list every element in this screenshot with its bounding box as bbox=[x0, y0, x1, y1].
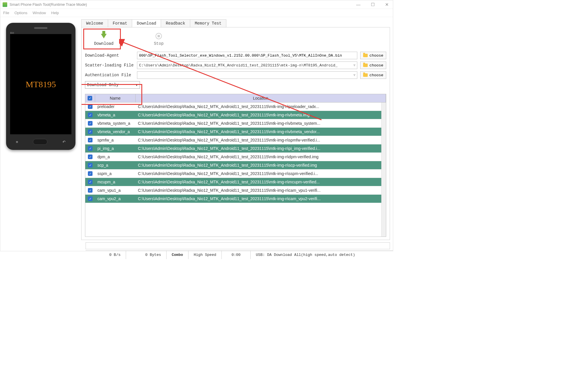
phone-home-icon bbox=[33, 139, 47, 145]
chevron-down-icon: ▽ bbox=[354, 64, 355, 67]
row-checkbox[interactable]: ✓ bbox=[88, 121, 93, 126]
row-name: sspm_a bbox=[95, 170, 136, 178]
row-location: C:\Users\Admin\Desktop\Radxa_Nio12_MTK_A… bbox=[136, 170, 381, 178]
scatter-label: Scatter-loading File bbox=[85, 63, 134, 68]
auth-choose-button[interactable]: choose bbox=[360, 71, 386, 79]
table-row[interactable]: ✓ pi_img_a C:\Users\Admin\Desktop\Radxa_… bbox=[85, 144, 381, 153]
row-location: C:\Users\Admin\Desktop\Radxa_Nio12_MTK_A… bbox=[136, 161, 381, 169]
statusbar: 0 B/s 0 Bytes Combo High Speed 0:00 USB:… bbox=[86, 250, 393, 259]
folder-icon bbox=[363, 64, 368, 67]
menu-window[interactable]: Window bbox=[33, 11, 46, 15]
download-button[interactable]: Download bbox=[88, 32, 120, 46]
auth-label: Authentication File bbox=[85, 73, 134, 77]
row-location: C:\Users\Admin\Desktop\Radxa_Nio12_MTK_A… bbox=[136, 119, 381, 127]
header-checkbox[interactable]: ✓ bbox=[88, 96, 92, 101]
row-name: vbmeta_a bbox=[95, 111, 136, 119]
app-icon bbox=[3, 2, 7, 7]
tab-readback[interactable]: Readback bbox=[161, 19, 190, 27]
auth-combo[interactable]: ▽ bbox=[137, 71, 357, 79]
row-location: C:\Users\Admin\Desktop\Radxa_Nio12_MTK_A… bbox=[136, 195, 381, 203]
phone-speaker-icon bbox=[34, 27, 47, 29]
row-location: C:\Users\Admin\Desktop\Radxa_Nio12_MTK_A… bbox=[136, 178, 381, 186]
mode-select[interactable]: Download Only▾ bbox=[85, 81, 140, 89]
stop-button[interactable]: Stop bbox=[143, 32, 175, 46]
row-name: preloader bbox=[95, 103, 136, 111]
phone-chip-label: MT8195 bbox=[26, 79, 56, 89]
window-title: Smart Phone Flash Tool(Runtime Trace Mod… bbox=[10, 2, 354, 7]
row-name: cam_vpu1_a bbox=[95, 186, 136, 194]
titlebar: Smart Phone Flash Tool(Runtime Trace Mod… bbox=[0, 0, 393, 9]
row-location: C:\Users\Admin\Desktop\Radxa_Nio12_MTK_A… bbox=[136, 136, 381, 144]
row-checkbox[interactable]: ✓ bbox=[88, 129, 93, 134]
row-location: C:\Users\Admin\Desktop\Radxa_Nio12_MTK_A… bbox=[136, 128, 381, 136]
row-name: cam_vpu2_a bbox=[95, 195, 136, 203]
status-mode: Combo bbox=[167, 251, 188, 259]
chevron-down-icon: ▽ bbox=[354, 73, 355, 77]
chevron-down-icon: ▾ bbox=[136, 83, 138, 88]
close-button[interactable]: ✕ bbox=[383, 2, 391, 7]
row-checkbox[interactable]: ✓ bbox=[88, 196, 93, 201]
menu-options[interactable]: Options bbox=[14, 11, 27, 15]
header-location[interactable]: Location bbox=[136, 94, 386, 102]
status-bytes: 0 Bytes bbox=[126, 251, 167, 259]
table-row[interactable]: ✓ mcupm_a C:\Users\Admin\Desktop\Radxa_N… bbox=[85, 178, 381, 186]
row-checkbox[interactable]: ✓ bbox=[88, 180, 93, 184]
row-name: vbmeta_vendor_a bbox=[95, 128, 136, 136]
table-row[interactable]: ✓ vbmeta_vendor_a C:\Users\Admin\Desktop… bbox=[85, 128, 381, 136]
row-checkbox[interactable]: ✓ bbox=[88, 171, 93, 176]
row-name: scp_a bbox=[95, 161, 136, 169]
table-row[interactable]: ✓ scp_a C:\Users\Admin\Desktop\Radxa_Nio… bbox=[85, 161, 381, 170]
table-row[interactable]: ✓ spmfw_a C:\Users\Admin\Desktop\Radxa_N… bbox=[85, 136, 381, 144]
status-speed: 0 B/s bbox=[86, 251, 126, 259]
table-row[interactable]: ✓ preloader C:\Users\Admin\Desktop\Radxa… bbox=[85, 103, 381, 111]
phone-graphic: BM MT8195 ≡ ↶ bbox=[6, 23, 75, 150]
da-label: Download-Agent bbox=[85, 53, 134, 58]
menubar: File Options Window Help bbox=[0, 9, 393, 17]
minimize-button[interactable]: — bbox=[354, 2, 362, 7]
row-name: dpm_a bbox=[95, 153, 136, 161]
download-arrow-icon bbox=[101, 34, 107, 38]
tab-welcome[interactable]: Welcome bbox=[81, 19, 108, 27]
row-checkbox[interactable]: ✓ bbox=[88, 104, 93, 109]
row-name: pi_img_a bbox=[95, 144, 136, 152]
scatter-combo[interactable]: C:\Users\Admin\Desktop\Radxa_Nio12_MTK_A… bbox=[137, 62, 357, 69]
row-checkbox[interactable]: ✓ bbox=[88, 163, 93, 168]
row-location: C:\Users\Admin\Desktop\Radxa_Nio12_MTK_A… bbox=[136, 153, 381, 161]
status-link: High Speed bbox=[188, 251, 222, 259]
row-name: vbmeta_system_a bbox=[95, 119, 136, 127]
table-row[interactable]: ✓ sspm_a C:\Users\Admin\Desktop\Radxa_Ni… bbox=[85, 170, 381, 178]
row-location: C:\Users\Admin\Desktop\Radxa_Nio12_MTK_A… bbox=[136, 186, 381, 194]
stop-icon bbox=[156, 33, 162, 39]
da-choose-button[interactable]: choose bbox=[360, 52, 386, 59]
scrollbar[interactable] bbox=[381, 103, 386, 237]
maximize-button[interactable]: ☐ bbox=[369, 2, 376, 7]
row-checkbox[interactable]: ✓ bbox=[88, 138, 93, 142]
table-row[interactable]: ✓ cam_vpu1_a C:\Users\Admin\Desktop\Radx… bbox=[85, 186, 381, 195]
table-row[interactable]: ✓ dpm_a C:\Users\Admin\Desktop\Radxa_Nio… bbox=[85, 153, 381, 161]
da-input[interactable] bbox=[137, 52, 357, 59]
row-checkbox[interactable]: ✓ bbox=[88, 113, 93, 117]
scatter-choose-button[interactable]: choose bbox=[360, 62, 386, 69]
menu-help[interactable]: Help bbox=[51, 11, 59, 15]
row-location: C:\Users\Admin\Desktop\Radxa_Nio12_MTK_A… bbox=[136, 144, 381, 152]
row-checkbox[interactable]: ✓ bbox=[88, 188, 93, 193]
row-checkbox[interactable]: ✓ bbox=[88, 146, 93, 151]
status-usb: USB: DA Download All(high speed,auto det… bbox=[251, 251, 393, 259]
header-name[interactable]: Name bbox=[95, 94, 136, 102]
table-row[interactable]: ✓ vbmeta_a C:\Users\Admin\Desktop\Radxa_… bbox=[85, 111, 381, 119]
progress-bar bbox=[86, 242, 390, 249]
table-row[interactable]: ✓ vbmeta_system_a C:\Users\Admin\Desktop… bbox=[85, 119, 381, 128]
status-time: 0:00 bbox=[222, 251, 251, 259]
tab-download[interactable]: Download bbox=[132, 19, 161, 27]
table-row[interactable]: ✓ cam_vpu2_a C:\Users\Admin\Desktop\Radx… bbox=[85, 195, 381, 203]
tab-memory-test[interactable]: Memory Test bbox=[190, 19, 226, 27]
row-location: C:\Users\Admin\Desktop\Radxa_Nio12_MTK_A… bbox=[136, 103, 381, 111]
row-checkbox[interactable]: ✓ bbox=[88, 155, 93, 159]
menu-file[interactable]: File bbox=[3, 11, 9, 15]
tab-format[interactable]: Format bbox=[108, 19, 132, 27]
row-name: spmfw_a bbox=[95, 136, 136, 144]
row-location: C:\Users\Admin\Desktop\Radxa_Nio12_MTK_A… bbox=[136, 111, 381, 119]
folder-icon bbox=[363, 54, 368, 57]
folder-icon bbox=[363, 73, 368, 77]
tabs: Welcome Format Download Readback Memory … bbox=[81, 19, 390, 27]
